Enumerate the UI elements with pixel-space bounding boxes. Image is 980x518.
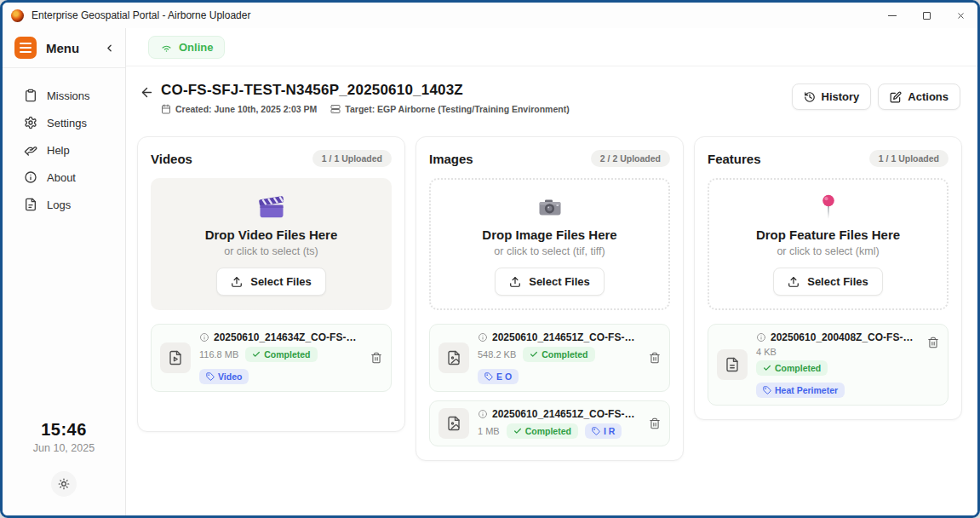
dropzone-subtitle: or click to select (kml)	[777, 245, 879, 257]
clock-time: 15:46	[3, 420, 125, 440]
sidebar-item-settings[interactable]: Settings	[3, 109, 125, 136]
sidebar-item-label: Settings	[47, 117, 87, 130]
status-row: Online	[126, 28, 977, 66]
dropzone-subtitle: or click to select (tif, tiff)	[494, 245, 605, 257]
card-title: Features	[708, 152, 761, 166]
delete-file-button[interactable]	[927, 337, 939, 348]
sidebar-item-label: About	[47, 171, 76, 184]
gear-icon	[24, 116, 37, 130]
check-icon	[252, 350, 261, 359]
chevron-left-icon	[104, 43, 115, 54]
trash-icon	[649, 352, 661, 364]
file-name: 20250610_214651Z_CO-FS-SFJ-TE...	[492, 331, 640, 343]
target-meta: Target: EGP Airborne (Testing/Training E…	[330, 104, 569, 114]
back-button[interactable]	[140, 85, 154, 100]
status-badge: Completed	[756, 360, 828, 376]
tag-badge: E O	[478, 369, 519, 384]
sidebar-collapse-button[interactable]	[104, 43, 115, 54]
file-size: 548.2 KB	[478, 349, 516, 360]
dropzone-title: Drop Feature Files Here	[756, 227, 900, 242]
main-content: Online CO-FS-SFJ-TEST-N3456P_20250610_14…	[126, 28, 977, 515]
file-info-icon[interactable]	[478, 409, 488, 419]
minimize-button[interactable]	[875, 3, 909, 28]
image-file-list: 20250610_214651Z_CO-FS-SFJ-TE... 548.2 K…	[429, 324, 670, 446]
target-text: Target: EGP Airborne (Testing/Training E…	[345, 104, 569, 114]
actions-label: Actions	[908, 90, 948, 103]
document-file-icon	[717, 349, 748, 380]
clock-date: Jun 10, 2025	[3, 442, 125, 454]
file-name: 20250610_214651Z_CO-FS-SFJ-TE...	[492, 408, 640, 420]
upload-count-badge: 1 / 1 Uploaded	[312, 150, 392, 167]
video-file-list: 20250610_214634Z_CO-FS-SFJ-T... 116.8 MB…	[151, 324, 392, 392]
history-button[interactable]: History	[792, 83, 872, 110]
history-icon	[804, 91, 816, 103]
menu-button[interactable]	[14, 37, 37, 59]
images-card: Images 2 / 2 Uploaded Drop Image Files H…	[415, 136, 684, 461]
file-name: 20250610_200408Z_CO-FS-SFJ-T...	[771, 331, 919, 343]
calendar-icon	[161, 104, 171, 114]
titlebar: Enterprise Geospatial Portal - Airborne …	[3, 3, 977, 28]
sidebar-item-about[interactable]: About	[3, 164, 125, 191]
theme-toggle-button[interactable]	[51, 471, 77, 497]
file-size: 116.8 MB	[199, 349, 238, 360]
file-row: 20250610_214634Z_CO-FS-SFJ-T... 116.8 MB…	[151, 324, 392, 392]
tag-badge: Video	[199, 369, 249, 384]
sidebar-item-logs[interactable]: Logs	[3, 191, 125, 218]
file-info-icon[interactable]	[478, 332, 488, 342]
tag-icon	[206, 372, 215, 381]
close-button[interactable]	[943, 3, 977, 28]
edit-icon	[890, 91, 902, 103]
page-header: CO-FS-SFJ-TEST-N3456P_20250610_1403Z Cre…	[126, 66, 977, 114]
minimize-icon	[888, 15, 897, 16]
wifi-icon	[160, 41, 173, 54]
select-files-button[interactable]: Select Files	[216, 268, 326, 296]
image-file-icon	[438, 408, 469, 439]
dropzone-title: Drop Video Files Here	[205, 227, 338, 242]
file-name: 20250610_214634Z_CO-FS-SFJ-T...	[214, 331, 362, 343]
maximize-button[interactable]	[909, 3, 943, 28]
helping-hand-icon	[24, 143, 37, 157]
sidebar-item-missions[interactable]: Missions	[3, 82, 125, 109]
info-icon	[24, 170, 37, 184]
delete-file-button[interactable]	[649, 417, 661, 429]
sidebar-item-label: Logs	[47, 199, 71, 211]
upload-icon	[788, 276, 799, 288]
select-files-label: Select Files	[250, 275, 312, 288]
file-info-icon[interactable]	[199, 332, 209, 342]
upload-icon	[509, 276, 521, 288]
delete-file-button[interactable]	[649, 352, 661, 364]
card-title: Videos	[151, 152, 192, 166]
history-label: History	[822, 90, 860, 103]
hamburger-icon	[20, 43, 32, 44]
delete-file-button[interactable]	[370, 352, 382, 364]
tag-icon	[592, 427, 600, 435]
camera-icon	[536, 193, 564, 223]
select-files-button[interactable]: Select Files	[495, 268, 605, 296]
created-text: Created: June 10th, 2025 2:03 PM	[175, 104, 317, 114]
select-files-button[interactable]: Select Files	[773, 268, 883, 296]
upload-icon	[231, 276, 243, 288]
online-label: Online	[179, 41, 213, 54]
feature-file-list: 20250610_200408Z_CO-FS-SFJ-T... 4 KB Com…	[708, 324, 948, 406]
window-title: Enterprise Geospatial Portal - Airborne …	[32, 9, 250, 21]
clapperboard-icon	[256, 193, 287, 223]
select-files-label: Select Files	[529, 275, 590, 288]
video-dropzone[interactable]: Drop Video Files Here or click to select…	[151, 178, 392, 310]
check-icon	[763, 364, 771, 372]
status-badge: Completed	[245, 347, 317, 362]
upload-count-badge: 1 / 1 Uploaded	[869, 150, 948, 167]
close-icon	[956, 11, 966, 20]
created-meta: Created: June 10th, 2025 2:03 PM	[161, 104, 317, 114]
online-status-badge: Online	[148, 36, 225, 59]
mission-meta: Created: June 10th, 2025 2:03 PM Target:…	[161, 104, 570, 114]
clipboard-icon	[24, 89, 37, 102]
check-icon	[530, 350, 538, 359]
image-file-icon	[438, 342, 469, 373]
status-badge: Completed	[507, 423, 578, 439]
trash-icon	[649, 417, 661, 429]
sidebar-item-help[interactable]: Help	[3, 136, 125, 164]
file-info-icon[interactable]	[756, 332, 766, 342]
actions-button[interactable]: Actions	[878, 83, 960, 110]
feature-dropzone[interactable]: Drop Feature Files Here or click to sele…	[708, 178, 948, 310]
image-dropzone[interactable]: Drop Image Files Here or click to select…	[429, 178, 670, 310]
